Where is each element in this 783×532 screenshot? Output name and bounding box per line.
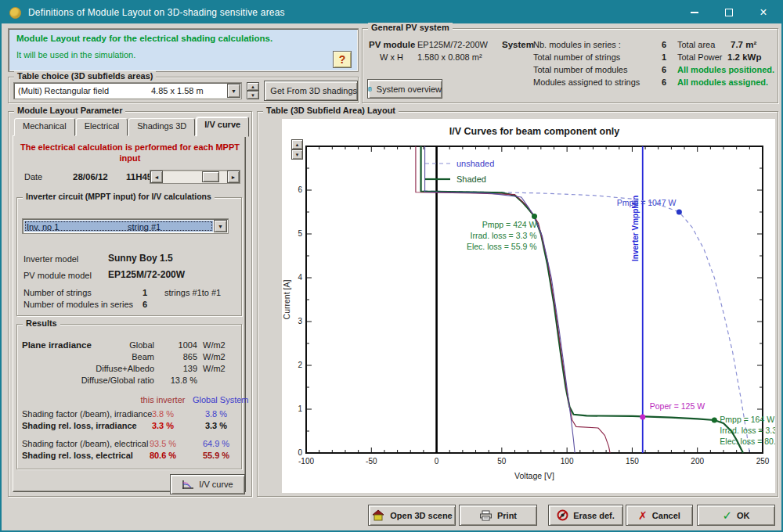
svg-text:I/V Curves for beam component: I/V Curves for beam component only bbox=[449, 126, 619, 137]
irr-label: Global bbox=[64, 340, 154, 350]
shading-row-v2: 64.9 % bbox=[193, 439, 240, 448]
iv-curve-button-icon bbox=[182, 480, 194, 490]
banner-line2: It will be used in the simulation. bbox=[16, 50, 350, 59]
help-button[interactable]: ? bbox=[333, 51, 352, 68]
svg-text:150: 150 bbox=[626, 457, 639, 466]
results-group: Results Plane irradiance Global Beam Dif… bbox=[16, 324, 242, 469]
tab-shadings-3d[interactable]: Shadings 3D bbox=[128, 118, 195, 136]
erase-def-label: Erase def. bbox=[573, 511, 615, 520]
ok-label: OK bbox=[737, 511, 750, 520]
app-icon bbox=[9, 7, 21, 19]
chart-scale-spinner[interactable]: ▲ ▼ bbox=[291, 139, 303, 160]
col-this-inverter: this inverter bbox=[135, 395, 191, 404]
svg-text:Irrad. loss = 3.3 %: Irrad. loss = 3.3 % bbox=[720, 426, 775, 435]
svg-text:Elec. loss = 55.9 %: Elec. loss = 55.9 % bbox=[467, 242, 537, 251]
table-choice-spinner[interactable]: ▲ ▼ bbox=[247, 82, 259, 99]
general-pv-group: General PV system PV module EP125M/72-20… bbox=[362, 28, 778, 103]
inverter-model-label: Inverter model bbox=[23, 254, 78, 264]
combo-arrow-icon[interactable]: ▼ bbox=[214, 220, 227, 232]
scrollbar-thumb[interactable] bbox=[202, 171, 219, 182]
ok-button[interactable]: ✓ OK bbox=[697, 505, 775, 526]
iv-curve-chart: I/V Curves for beam component only-100-5… bbox=[282, 119, 775, 493]
svg-text:100: 100 bbox=[561, 457, 574, 466]
minimize-button[interactable] bbox=[689, 7, 700, 18]
spin-up-icon[interactable]: ▲ bbox=[291, 139, 303, 149]
ok-check-icon: ✓ bbox=[722, 509, 732, 523]
svg-text:Poper = 125 W: Poper = 125 W bbox=[650, 401, 705, 411]
inverter-combo-left: Inv. no 1 bbox=[27, 222, 59, 232]
pv-module-value: EP125M/72-200W bbox=[417, 40, 488, 49]
title-bar[interactable]: Definitions of Module Layout on 3D-shadi… bbox=[2, 2, 781, 23]
date-value: 28/06/12 bbox=[73, 172, 108, 182]
strings-range: strings #1to #1 bbox=[164, 288, 221, 297]
table-choice-group: Table choice (3D subfields areas) (Multi… bbox=[8, 77, 359, 103]
get-from-3d-icon bbox=[265, 86, 265, 95]
system-row-label: Nb. modules in series : bbox=[533, 40, 621, 49]
shading-row-label: Shading factor (/beam), irradiance bbox=[22, 409, 152, 419]
open-3d-scene-button[interactable]: Open 3D scene bbox=[368, 505, 456, 526]
pv-module-model-value: EP125M/72-200W bbox=[108, 269, 185, 280]
modules-positioned-status: All modules positioned. bbox=[677, 65, 774, 74]
tab-mechanical[interactable]: Mechanical bbox=[14, 118, 75, 136]
general-pv-legend: General PV system bbox=[368, 23, 453, 32]
col-global-system: Global System bbox=[193, 395, 240, 404]
svg-text:Pmpp = 164 W: Pmpp = 164 W bbox=[720, 415, 774, 424]
banner-line1: Module Layout ready for the electrical s… bbox=[16, 34, 350, 43]
module-layout-legend: Module Layout Parameter bbox=[14, 106, 125, 115]
combo-arrow-icon[interactable]: ▼ bbox=[227, 84, 240, 98]
time-value: 11H45 bbox=[126, 172, 152, 182]
iv-curve-button[interactable]: I/V curve bbox=[170, 474, 245, 494]
tab-iv-curve[interactable]: I/V curve bbox=[196, 117, 249, 137]
shading-row-v2: 55.9 % bbox=[193, 451, 240, 460]
system-row-label: Modules assigned to strings bbox=[533, 77, 640, 87]
svg-text:4: 4 bbox=[298, 273, 302, 282]
modules-assigned-status: All modules assigned. bbox=[677, 77, 768, 87]
spin-up-icon[interactable]: ▲ bbox=[247, 82, 259, 91]
num-series-label: Number of modules in series bbox=[23, 300, 133, 309]
svg-text:250: 250 bbox=[756, 457, 770, 466]
total-area-value: 7.7 m² bbox=[731, 40, 756, 49]
shading-row-label: Shading rel. loss, electrical bbox=[22, 451, 133, 460]
dialog-window: Definitions of Module Layout on 3D-shadi… bbox=[0, 0, 783, 532]
total-area-label: Total area bbox=[677, 40, 715, 49]
irr-unit: W/m2 bbox=[203, 364, 226, 373]
time-scrollbar[interactable]: ◄ ► bbox=[150, 170, 240, 184]
cancel-button[interactable]: ✗ Cancel bbox=[626, 505, 693, 526]
shading-row-v1: 3.8 % bbox=[135, 409, 191, 419]
get-from-3d-button[interactable]: Get From 3D shadings bbox=[264, 81, 358, 101]
cancel-label: Cancel bbox=[652, 511, 680, 520]
irr-label: Diffuse/Global ratio bbox=[64, 376, 154, 385]
print-button[interactable]: Print bbox=[459, 505, 537, 526]
window-title: Definitions of Module Layout on 3D-shadi… bbox=[28, 7, 285, 18]
erase-def-button[interactable]: Erase def. bbox=[548, 505, 623, 526]
close-button[interactable]: × bbox=[758, 7, 769, 18]
system-overview-button[interactable]: System overview bbox=[367, 79, 442, 99]
system-row-value: 6 bbox=[662, 40, 666, 49]
table-choice-legend: Table choice (3D subfields areas) bbox=[14, 71, 156, 81]
system-row-value: 6 bbox=[662, 65, 666, 74]
tab-strip: Mechanical Electrical Shadings 3D I/V cu… bbox=[14, 118, 250, 136]
scroll-right-icon[interactable]: ► bbox=[227, 171, 240, 183]
inverter-combo[interactable]: Inv. no 1 string #1 ▼ bbox=[22, 218, 229, 234]
svg-text:Elec. loss = 80.6 %: Elec. loss = 80.6 % bbox=[720, 437, 775, 446]
spin-down-icon[interactable]: ▼ bbox=[247, 91, 259, 99]
tab-electrical[interactable]: Electrical bbox=[76, 118, 128, 136]
minimize-icon bbox=[691, 12, 698, 13]
printer-icon bbox=[479, 510, 493, 521]
system-label: System bbox=[502, 40, 534, 49]
svg-text:Pmpp = 424 W: Pmpp = 424 W bbox=[482, 220, 537, 229]
svg-text:0: 0 bbox=[435, 457, 439, 466]
irr-label: Beam bbox=[64, 352, 154, 361]
pv-module-label: PV module bbox=[369, 40, 415, 49]
wxh-value: 1.580 x 0.808 m² bbox=[417, 52, 482, 62]
maximize-button[interactable] bbox=[723, 7, 734, 18]
svg-text:Irrad. loss = 3.3 %: Irrad. loss = 3.3 % bbox=[471, 231, 537, 240]
svg-text:5: 5 bbox=[298, 229, 302, 238]
spin-down-icon[interactable]: ▼ bbox=[291, 149, 303, 160]
svg-text:Voltage [V]: Voltage [V] bbox=[514, 471, 554, 480]
table-choice-combo[interactable]: (Multi) Rectangular field 4.85 x 1.58 m … bbox=[13, 82, 242, 99]
wxh-label: W x H bbox=[380, 52, 403, 62]
svg-text:200: 200 bbox=[691, 457, 704, 466]
scroll-left-icon[interactable]: ◄ bbox=[150, 171, 163, 183]
table-choice-size: 4.85 x 1.58 m bbox=[151, 86, 204, 95]
